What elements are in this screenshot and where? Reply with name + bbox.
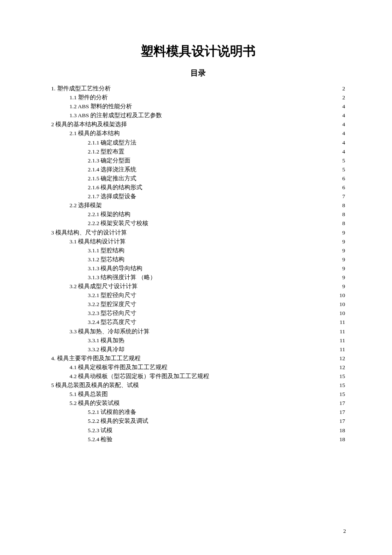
toc-entry-page: 10 [340, 301, 346, 307]
toc-heading: 目录 [51, 68, 345, 78]
toc-entry: 2.1.6 模具的结构形式6 [51, 185, 345, 191]
toc-entry-label: 3.1 模具结构设计计算 [69, 239, 126, 245]
toc-entry-label: 2.2 选择模架 [69, 202, 102, 208]
toc-entry-label: 5.2.4 检验 [88, 436, 112, 442]
toc-entry: 5.2 模具的安装试模17 [51, 400, 345, 406]
toc-entry: 1.3 ABS 的注射成型过程及工艺参数 4 [51, 113, 345, 119]
toc-entry-label: 3.1.1 型腔结构 [88, 248, 124, 254]
toc-entry: 2.1.4 选择浇注系统5 [51, 167, 345, 173]
toc-entry: 5.2.3 试模18 [51, 428, 345, 434]
toc-entry-label: 3 模具结构、尺寸的设计计算 [51, 230, 127, 236]
toc-entry-label: 2.1.4 选择浇注系统 [88, 167, 136, 173]
toc-entry: 4.1 模具定模板零件图及加工工艺规程12 [51, 364, 345, 370]
toc-entry-page: 9 [342, 257, 345, 263]
toc-entry: 1.1 塑件的分析2 [51, 95, 345, 101]
toc-entry-page: 8 [342, 211, 345, 217]
toc-entry-label: 1.3 ABS 的注射成型过程及工艺参数 [69, 113, 162, 119]
toc-entry: 2.1.7 选择成型设备7 [51, 194, 345, 199]
toc-entry-page: 6 [342, 185, 345, 191]
document-title: 塑料模具设计说明书 [51, 43, 345, 60]
toc-entry-label: 4. 模具主要零件图及加工工艺规程 [51, 356, 141, 361]
toc-entry-page: 9 [342, 275, 345, 280]
toc-entry-label: 5.2 模具的安装试模 [69, 400, 120, 406]
toc-entry-label: 4.1 模具定模板零件图及加工工艺规程 [69, 364, 167, 370]
toc-entry-label: 2.2.1 模架的结构 [88, 211, 130, 217]
toc-entry-page: 17 [340, 400, 346, 406]
toc-entry-label: 2.1.7 选择成型设备 [88, 194, 136, 199]
toc-entry: 5.2.2 模具的安装及调试17 [51, 418, 345, 424]
toc-entry-label: 2.2.2 模架安装尺寸校核 [88, 220, 148, 226]
toc-entry-page: 7 [342, 194, 345, 199]
toc-entry: 2.1 模具的基本结构4 [51, 130, 345, 136]
toc-entry-page: 4 [342, 104, 345, 110]
toc-entry-label: 5.1 模具总装图 [69, 391, 108, 397]
toc-entry: 4.2 模具动模板（型芯固定板）零件图及加工工艺规程15 [51, 373, 345, 379]
toc-entry-page: 9 [342, 248, 345, 254]
toc-entry-page: 4 [342, 121, 345, 127]
toc-entry-label: 3.1.2 型芯结构 [88, 257, 124, 263]
toc-entry: 3.3 模具加热、冷却系统的计算11 [51, 329, 345, 335]
toc-entry-label: 3.1.3 结构强度计算 （略） [88, 275, 156, 280]
toc-entry-page: 9 [342, 239, 345, 245]
toc-entry-page: 17 [340, 409, 346, 415]
toc-entry-label: 2.1.6 模具的结构形式 [88, 185, 142, 191]
toc-entry-label: 2.1.1 确定成型方法 [88, 140, 136, 146]
toc-entry: 4. 模具主要零件图及加工工艺规程12 [51, 356, 345, 361]
toc-entry-label: 4.2 模具动模板（型芯固定板）零件图及加工工艺规程 [69, 373, 209, 379]
toc-entry-label: 2.1.5 确定推出方式 [88, 176, 136, 182]
toc-entry: 3.2.3 型芯径向尺寸10 [51, 310, 345, 316]
toc-entry: 2.1.3 确定分型面5 [51, 158, 345, 164]
toc-entry-label: 3.2.3 型芯径向尺寸 [88, 310, 136, 316]
toc-entry-page: 4 [342, 140, 345, 146]
toc-entry: 1.2 ABS 塑料的性能分析4 [51, 104, 345, 110]
toc-entry-page: 11 [340, 329, 345, 335]
toc-entry: 1. 塑件成型工艺性分析2 [51, 86, 345, 92]
toc-entry-label: 3.3 模具加热、冷却系统的计算 [69, 329, 150, 335]
toc-entry: 3.2.1 型腔径向尺寸10 [51, 292, 345, 298]
toc-entry-label: 5.2.2 模具的安装及调试 [88, 418, 148, 424]
toc-entry: 3.3.1 模具加热11 [51, 338, 345, 344]
toc-entry-label: 3.2.2 型腔深度尺寸 [88, 301, 136, 307]
toc-entry-page: 9 [342, 283, 345, 289]
toc-entry-label: 5.2.3 试模 [88, 428, 112, 434]
toc-entry-page: 8 [342, 202, 345, 208]
toc-entry: 3 模具结构、尺寸的设计计算9 [51, 230, 345, 236]
toc-entry-label: 1.2 ABS 塑料的性能分析 [69, 104, 132, 110]
toc-entry-page: 4 [342, 149, 345, 155]
toc-entry-label: 3.2 模具成型尺寸设计计算 [69, 283, 138, 289]
toc-entry-page: 12 [340, 364, 346, 370]
toc-entry-label: 2.1 模具的基本结构 [69, 130, 120, 136]
toc-entry-page: 18 [340, 428, 346, 434]
toc-entry-label: 3.1.3 模具的导向结构 [88, 266, 142, 272]
toc-entry-page: 11 [340, 319, 345, 325]
toc-entry-page: 2 [342, 86, 345, 92]
toc-entry-page: 12 [340, 356, 346, 361]
toc-entry: 2.2 选择模架8 [51, 202, 345, 208]
toc-entry-label: 3.3.1 模具加热 [88, 338, 124, 344]
toc-entry-page: 18 [340, 436, 346, 442]
toc-entry-page: 17 [340, 418, 346, 424]
toc-entry-page: 15 [340, 382, 346, 388]
toc-entry-page: 5 [342, 158, 345, 164]
toc-entry: 2.1.5 确定推出方式6 [51, 176, 345, 182]
toc-entry-label: 2.1.3 确定分型面 [88, 158, 130, 164]
toc-entry: 3.3.2 模具冷却11 [51, 347, 345, 353]
toc-entry-page: 15 [340, 373, 346, 379]
toc-entry: 5 模具总装图及模具的装配、试模15 [51, 382, 345, 388]
toc-entry-label: 3.2.1 型腔径向尺寸 [88, 292, 136, 298]
toc-entry-page: 2 [342, 95, 345, 101]
toc-entry-page: 10 [340, 310, 346, 316]
toc-entry-page: 10 [340, 292, 346, 298]
toc-entry-page: 9 [342, 230, 345, 236]
toc-entry: 3.1.3 结构强度计算 （略）9 [51, 275, 345, 280]
toc-entry: 2.1.2 型腔布置4 [51, 149, 345, 155]
page-number: 2 [343, 528, 346, 535]
toc-entry-page: 8 [342, 220, 345, 226]
toc-entry-page: 9 [342, 266, 345, 272]
toc-entry: 3.1.3 模具的导向结构9 [51, 266, 345, 272]
toc-entry-page: 4 [342, 113, 345, 119]
toc-entry-page: 4 [342, 130, 345, 136]
toc-entry-label: 3.2.4 型芯高度尺寸 [88, 319, 136, 325]
toc-entry-page: 6 [342, 176, 345, 182]
toc-entry: 3.2.2 型腔深度尺寸10 [51, 301, 345, 307]
